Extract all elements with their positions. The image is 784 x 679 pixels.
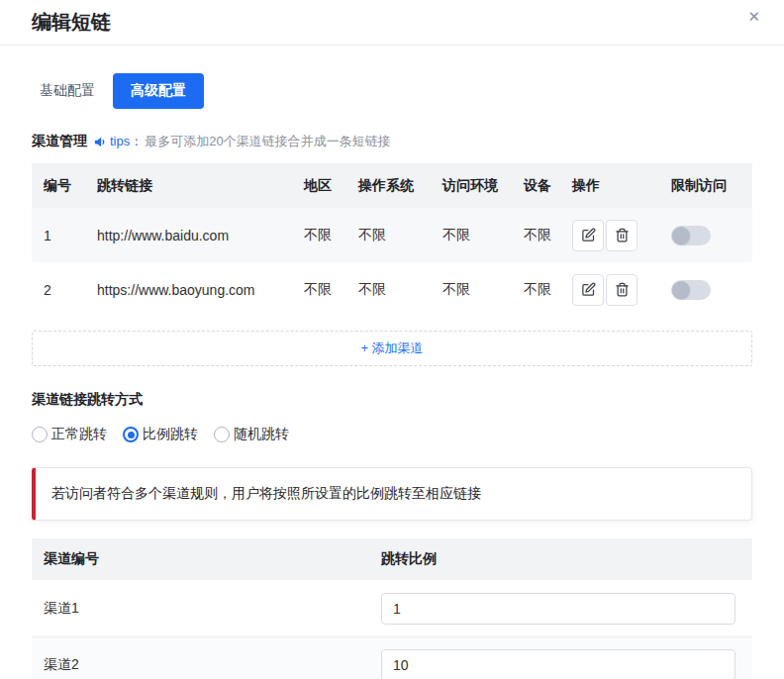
radio-icon (32, 427, 48, 442)
trash-icon (615, 282, 630, 297)
ratio-input-channel-1[interactable] (381, 593, 735, 625)
col-header-env: 访问环境 (431, 177, 512, 195)
cell-device: 不限 (512, 281, 560, 299)
table-row: 2 https://www.baoyung.com 不限 不限 不限 不限 (32, 262, 752, 317)
radio-icon (123, 427, 139, 442)
trash-icon (615, 228, 630, 242)
channel-management-header: 渠道管理 tips： 最多可添加20个渠道链接合并成一条短链接 (32, 133, 752, 150)
tab-advanced-config[interactable]: 高级配置 (113, 73, 204, 109)
cell-action (560, 220, 659, 251)
channel-management-label: 渠道管理 (32, 133, 87, 150)
col-header-action: 操作 (560, 177, 659, 195)
cell-ratio (369, 593, 752, 625)
alert-text: 若访问者符合多个渠道规则，用户将按照所设置的比例跳转至相应链接 (51, 485, 481, 501)
cell-os: 不限 (346, 227, 431, 244)
cell-restrict (659, 280, 752, 300)
radio-label: 比例跳转 (143, 426, 198, 443)
cell-url: https://www.baoyung.com (85, 282, 292, 298)
radio-label: 随机跳转 (234, 426, 289, 443)
table-row: 渠道2 (32, 636, 752, 679)
cell-url: http://www.baidu.com (85, 228, 292, 243)
restrict-access-toggle[interactable] (671, 226, 711, 245)
edit-icon (581, 228, 596, 242)
edit-icon (581, 282, 596, 297)
cell-channel: 渠道2 (32, 656, 369, 674)
cell-device: 不限 (512, 227, 560, 244)
add-channel-button[interactable]: + 添加渠道 (32, 331, 752, 366)
ratio-jump-alert: 若访问者符合多个渠道规则，用户将按照所设置的比例跳转至相应链接 (32, 467, 752, 521)
col-header-ratio: 跳转比例 (369, 550, 752, 568)
channel-table: 编号 跳转链接 地区 操作系统 访问环境 设备 操作 限制访问 1 http:/… (32, 163, 752, 317)
ratio-table-header: 渠道编号 跳转比例 (32, 538, 752, 580)
table-row: 1 http://www.baidu.com 不限 不限 不限 不限 (32, 208, 752, 262)
col-header-channel: 渠道编号 (32, 550, 369, 568)
close-icon[interactable]: ✕ (741, 2, 766, 32)
edit-channel-button[interactable] (572, 274, 604, 306)
cell-region: 不限 (292, 281, 346, 299)
cell-channel: 渠道1 (32, 600, 369, 618)
tab-basic-config[interactable]: 基础配置 (32, 73, 103, 109)
edit-channel-button[interactable] (572, 220, 604, 251)
col-header-no: 编号 (32, 177, 85, 195)
col-header-device: 设备 (512, 177, 560, 195)
channel-table-header: 编号 跳转链接 地区 操作系统 访问环境 设备 操作 限制访问 (32, 163, 752, 208)
radio-icon (214, 427, 230, 442)
ratio-input-channel-2[interactable] (381, 649, 735, 679)
cell-no: 2 (32, 282, 85, 298)
add-channel-label: + 添加渠道 (360, 340, 423, 357)
cell-no: 1 (32, 228, 85, 243)
delete-channel-button[interactable] (606, 220, 637, 251)
tips-prefix: tips： (110, 133, 143, 150)
col-header-restrict: 限制访问 (659, 177, 752, 195)
col-header-region: 地区 (292, 177, 346, 195)
radio-normal-jump[interactable]: 正常跳转 (32, 426, 107, 443)
jump-mode-label: 渠道链接跳转方式 (32, 391, 752, 409)
cell-region: 不限 (292, 227, 346, 244)
radio-label: 正常跳转 (51, 426, 107, 443)
radio-random-jump[interactable]: 随机跳转 (214, 426, 289, 443)
col-header-url: 跳转链接 (85, 177, 292, 195)
megaphone-icon (93, 135, 108, 149)
cell-env: 不限 (431, 281, 512, 299)
col-header-os: 操作系统 (346, 177, 431, 195)
dialog-body: 基础配置 高级配置 渠道管理 tips： 最多可添加20个渠道链接合并成一条短链… (0, 73, 784, 679)
ratio-table: 渠道编号 跳转比例 渠道1 渠道2 (32, 538, 752, 679)
cell-env: 不限 (431, 227, 512, 244)
dialog-header: 编辑短链 (0, 0, 784, 46)
cell-restrict (659, 226, 752, 245)
config-tabs: 基础配置 高级配置 (32, 73, 752, 109)
radio-ratio-jump[interactable]: 比例跳转 (123, 426, 198, 443)
tips-text: 最多可添加20个渠道链接合并成一条短链接 (145, 133, 390, 150)
delete-channel-button[interactable] (606, 274, 637, 306)
toggle-knob (672, 281, 690, 299)
cell-os: 不限 (346, 281, 431, 299)
toggle-knob (672, 227, 690, 244)
restrict-access-toggle[interactable] (671, 280, 711, 300)
jump-mode-radio-group: 正常跳转 比例跳转 随机跳转 (32, 426, 752, 443)
cell-ratio (369, 649, 752, 679)
cell-action (560, 274, 659, 306)
table-row: 渠道1 (32, 580, 752, 636)
page-title: 编辑短链 (32, 9, 111, 36)
